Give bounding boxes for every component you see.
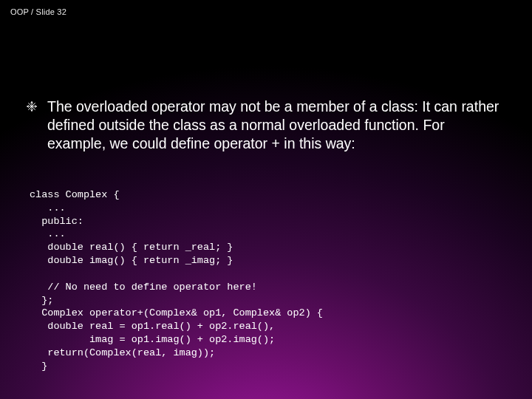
- slide: OOP / Slide 32: [0, 0, 532, 399]
- bullet-item: The overloaded operator may not be a mem…: [27, 98, 502, 153]
- bullet-text: The overloaded operator may not be a mem…: [47, 98, 502, 153]
- snowflake-icon: [27, 101, 37, 112]
- slide-body: The overloaded operator may not be a mem…: [27, 98, 502, 153]
- code-block: class Complex { ... public: ... double r…: [30, 188, 502, 372]
- slide-header-text: OOP / Slide 32: [10, 7, 66, 16]
- slide-header: OOP / Slide 32: [10, 7, 66, 16]
